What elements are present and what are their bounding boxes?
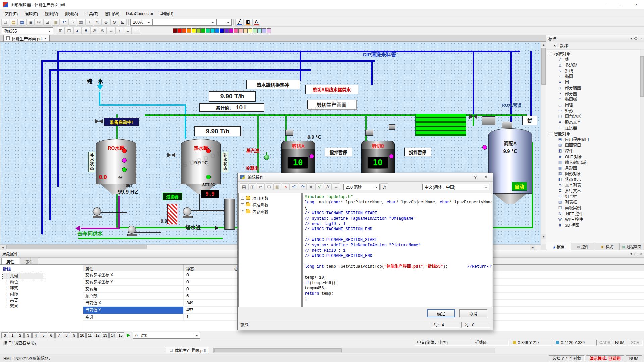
menu-item[interactable]: 排列(A): [61, 9, 82, 18]
flip-h-icon[interactable]: ↔: [107, 27, 115, 34]
color-swatch[interactable]: [173, 28, 177, 33]
pipe-valve[interactable]: [167, 153, 175, 157]
status-led[interactable]: [389, 154, 394, 159]
pipe-blue[interactable]: [300, 51, 301, 81]
menu-item[interactable]: 工具(T): [82, 9, 101, 18]
tower-in-label[interactable]: 塔水进: [185, 224, 201, 231]
pipe-green[interactable]: [78, 238, 223, 239]
layer-button[interactable]: 15: [117, 332, 124, 338]
pipe-blue[interactable]: [473, 51, 474, 116]
blend-tank-temp[interactable]: 9.9 ℃: [492, 148, 528, 154]
palette-item[interactable]: A 静态文本: [546, 119, 644, 125]
set-value[interactable]: 99.9 HZ: [118, 189, 138, 195]
color-swatch[interactable]: [243, 28, 248, 33]
cip-line-label[interactable]: CIP清洗来料管: [363, 51, 396, 58]
ro-level-unit[interactable]: %: [118, 175, 122, 180]
color-swatch[interactable]: [248, 28, 252, 33]
status-led[interactable]: [122, 158, 127, 163]
temp-mid-label[interactable]: 9.9 ℃: [308, 134, 321, 140]
color-swatch[interactable]: [234, 28, 238, 33]
color-swatch[interactable]: [220, 28, 224, 33]
flip-v-icon[interactable]: ↕: [115, 27, 123, 34]
cutter-b-label[interactable]: 剪切B: [364, 142, 392, 149]
palette-item[interactable]: ⊟ 组合框: [546, 193, 644, 199]
palette-item[interactable]: ▮ 3D 棒图: [546, 222, 644, 228]
align-icon[interactable]: ≡: [124, 27, 132, 34]
palette-item[interactable]: ╱ 线: [546, 56, 644, 62]
status-led[interactable]: [309, 154, 314, 159]
tower-inlet-arrow[interactable]: [215, 226, 219, 230]
maximize-icon[interactable]: □: [613, 0, 629, 9]
color-swatch[interactable]: [201, 28, 205, 33]
layer-button[interactable]: 0: [1, 332, 8, 338]
font-combo[interactable]: [152, 19, 216, 26]
pipe-blue[interactable]: [49, 69, 51, 220]
tab-close-icon[interactable]: ×: [44, 36, 46, 40]
property-category[interactable]: 其它: [3, 297, 83, 303]
heat-exchanger[interactable]: [167, 204, 177, 224]
cutter-b-display[interactable]: 10: [367, 157, 388, 169]
scroll-down-icon[interactable]: ▼: [541, 234, 546, 239]
palette-group-standard[interactable]: 标准对象: [546, 50, 644, 56]
pin-icon[interactable]: [634, 37, 638, 40]
layer-button[interactable]: 9: [71, 332, 78, 338]
new-icon[interactable]: □: [1, 19, 9, 26]
paste-icon[interactable]: ▥: [273, 183, 281, 190]
palette-item[interactable]: ∿ 折线: [546, 68, 644, 73]
status-led[interactable]: [206, 175, 211, 179]
distribute-icon[interactable]: ⋯: [132, 27, 140, 34]
layer-button[interactable]: 11: [86, 332, 93, 338]
layer-button[interactable]: 3: [24, 332, 32, 338]
close-icon[interactable]: ×: [482, 175, 490, 180]
cutter-a-display[interactable]: 10: [287, 157, 308, 169]
color-swatch[interactable]: [206, 28, 210, 33]
equipment-block[interactable]: [482, 116, 495, 125]
palette-item[interactable]: ◔ 部分圆: [546, 90, 644, 96]
paste-icon[interactable]: ▥: [52, 19, 60, 26]
pipe-cyan[interactable]: [185, 104, 186, 139]
scroll-up-icon[interactable]: ▲: [541, 42, 546, 47]
close-icon[interactable]: ×: [640, 37, 642, 40]
status-led[interactable]: [122, 148, 127, 153]
water-inlet-arrow[interactable]: [97, 85, 103, 90]
equipment-block[interactable]: [389, 124, 395, 130]
blend-tank-label[interactable]: 调配A: [492, 140, 528, 146]
redo-icon[interactable]: ↷: [68, 19, 76, 26]
trigger-interval-combo[interactable]: 250 毫秒: [343, 184, 380, 190]
dialog-title-bar[interactable]: 编辑操作 ? ×: [238, 173, 493, 182]
collapse-icon[interactable]: [549, 132, 552, 135]
palette-item[interactable]: ▣ 应用程序窗口: [546, 136, 644, 142]
preparing-indicator[interactable]: 准备启动中!: [104, 118, 139, 126]
function-tree-item[interactable]: 标准函数: [239, 201, 301, 208]
palette-item[interactable]: ▧ 图形对象: [546, 171, 644, 176]
numbers-icon[interactable]: #: [307, 183, 315, 190]
ro-pipe-label[interactable]: RO水管道: [502, 102, 522, 108]
layer-button[interactable]: 13: [102, 332, 109, 338]
palette-item[interactable]: ● 圆: [546, 79, 644, 85]
ungroup-icon[interactable]: ⊟: [65, 27, 73, 34]
copy-icon[interactable]: ⊡: [43, 19, 51, 26]
pipe-blue[interactable]: [371, 60, 373, 85]
palette-item[interactable]: ⌐ 连接器: [546, 125, 644, 130]
color-swatch[interactable]: [187, 28, 191, 33]
agitator-motor[interactable]: [365, 130, 373, 136]
group-icon[interactable]: ⊞: [57, 27, 65, 34]
filter-column[interactable]: [224, 199, 235, 230]
stir-pause-b[interactable]: 搅拌暂停: [404, 148, 431, 156]
properties-tab[interactable]: 属性: [1, 258, 19, 264]
palette-tab[interactable]: ◢ 标准: [546, 243, 571, 250]
pen-color-button[interactable]: ╱: [235, 19, 244, 26]
palette-item[interactable]: ◖ 部分椭圆: [546, 85, 644, 90]
cut-icon[interactable]: ✂: [35, 19, 43, 26]
pause-button-partial[interactable]: 暂: [522, 116, 537, 125]
palette-tab[interactable]: ▥ 过程画面: [620, 243, 644, 250]
undo-icon[interactable]: ↶: [60, 19, 68, 26]
layer-button[interactable]: 7: [55, 332, 62, 338]
palette-item[interactable]: ◠ 椭圆弧: [546, 96, 644, 102]
scrollbar-thumb[interactable]: [541, 48, 546, 85]
close-icon[interactable]: ×: [629, 0, 644, 9]
color-swatch[interactable]: [262, 28, 266, 33]
palette-item[interactable]: ◧ 状态显示: [546, 176, 644, 182]
set-label[interactable]: SET: [126, 183, 133, 187]
pipe-blue[interactable]: [57, 51, 59, 187]
